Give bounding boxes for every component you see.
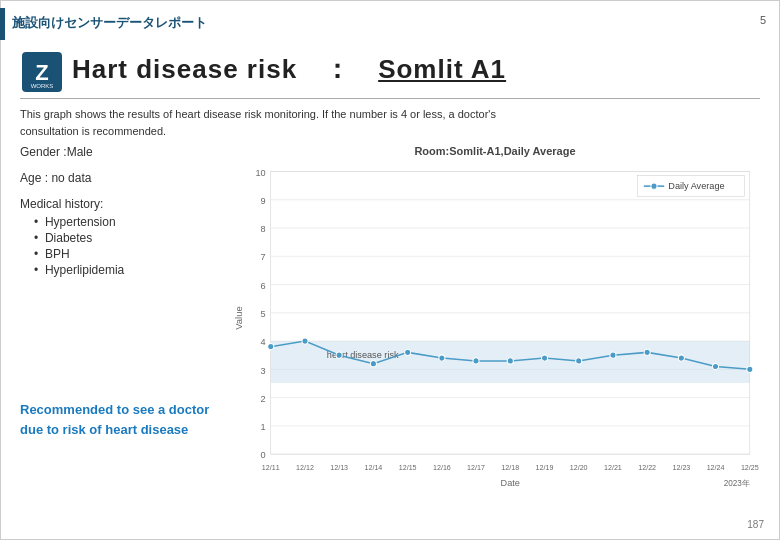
chart-container: 10 9 8 7 6 5 4 3 2 1 0 Value heart disea… bbox=[230, 161, 760, 496]
age-info: Age : no data bbox=[20, 171, 220, 185]
left-panel: Gender :Male Age : no data Medical histo… bbox=[20, 145, 220, 279]
svg-text:12/21: 12/21 bbox=[604, 463, 622, 472]
medical-label: Medical history: bbox=[20, 197, 220, 211]
svg-point-34 bbox=[439, 355, 445, 361]
svg-text:12/18: 12/18 bbox=[501, 463, 519, 472]
svg-text:Value: Value bbox=[234, 306, 244, 329]
svg-text:12/17: 12/17 bbox=[467, 463, 485, 472]
condition-4: • Hyperlipidemia bbox=[20, 263, 220, 277]
svg-text:12/16: 12/16 bbox=[433, 463, 451, 472]
page-number-top: 5 bbox=[760, 14, 766, 26]
condition-1: • Hypertension bbox=[20, 215, 220, 229]
chart-title: Room:Somlit-A1,Daily Average bbox=[230, 145, 760, 157]
svg-text:12/12: 12/12 bbox=[296, 463, 314, 472]
subtitle: This graph shows the results of heart di… bbox=[20, 106, 520, 139]
svg-point-43 bbox=[747, 366, 753, 372]
svg-text:Z: Z bbox=[35, 60, 48, 85]
chart-svg: 10 9 8 7 6 5 4 3 2 1 0 Value heart disea… bbox=[230, 161, 760, 496]
svg-point-63 bbox=[651, 183, 657, 189]
svg-text:7: 7 bbox=[261, 252, 266, 262]
svg-point-39 bbox=[610, 352, 616, 358]
svg-point-37 bbox=[541, 355, 547, 361]
page-number-bottom: 187 bbox=[747, 519, 764, 530]
age-value: no data bbox=[51, 171, 91, 185]
main-title: Hart disease risk ： Somlit A1 bbox=[72, 52, 506, 87]
svg-point-29 bbox=[268, 344, 274, 350]
gender-value: Male bbox=[67, 145, 93, 159]
svg-text:Date: Date bbox=[501, 477, 520, 487]
svg-point-31 bbox=[336, 352, 342, 358]
svg-text:9: 9 bbox=[261, 196, 266, 206]
svg-text:12/23: 12/23 bbox=[673, 463, 691, 472]
svg-text:Daily Average: Daily Average bbox=[668, 181, 724, 191]
svg-text:1: 1 bbox=[261, 422, 266, 432]
svg-text:12/11: 12/11 bbox=[262, 463, 280, 472]
chart-area: Room:Somlit-A1,Daily Average 10 9 8 7 6 … bbox=[230, 145, 760, 500]
svg-point-41 bbox=[678, 355, 684, 361]
svg-point-40 bbox=[644, 349, 650, 355]
top-bar-accent bbox=[0, 8, 5, 40]
svg-text:4: 4 bbox=[261, 337, 266, 347]
svg-point-38 bbox=[576, 358, 582, 364]
svg-text:6: 6 bbox=[261, 281, 266, 291]
svg-text:12/24: 12/24 bbox=[707, 463, 725, 472]
svg-point-42 bbox=[713, 363, 719, 369]
condition-3: • BPH bbox=[20, 247, 220, 261]
title-prefix: Hart disease risk ： bbox=[72, 54, 378, 84]
gender-info: Gender :Male bbox=[20, 145, 220, 159]
svg-text:2023年: 2023年 bbox=[724, 478, 750, 487]
svg-text:12/14: 12/14 bbox=[364, 463, 382, 472]
title-highlight: Somlit A1 bbox=[378, 54, 506, 84]
svg-text:12/13: 12/13 bbox=[330, 463, 348, 472]
svg-text:3: 3 bbox=[261, 365, 266, 375]
svg-text:2: 2 bbox=[261, 394, 266, 404]
header-title: 施設向けセンサーデータレポート bbox=[12, 14, 207, 32]
svg-point-36 bbox=[507, 358, 513, 364]
recommendation-text: Recommended to see a doctor due to risk … bbox=[20, 400, 215, 439]
svg-text:5: 5 bbox=[261, 309, 266, 319]
svg-text:10: 10 bbox=[255, 168, 265, 178]
svg-text:12/15: 12/15 bbox=[399, 463, 417, 472]
condition-2: • Diabetes bbox=[20, 231, 220, 245]
svg-text:12/22: 12/22 bbox=[638, 463, 656, 472]
age-label: Age : bbox=[20, 171, 48, 185]
divider bbox=[20, 98, 760, 99]
gender-label: Gender : bbox=[20, 145, 67, 159]
svg-point-35 bbox=[473, 358, 479, 364]
svg-point-33 bbox=[405, 349, 411, 355]
svg-text:WORKS: WORKS bbox=[31, 83, 54, 89]
svg-text:12/25: 12/25 bbox=[741, 463, 759, 472]
svg-text:12/19: 12/19 bbox=[536, 463, 554, 472]
svg-text:8: 8 bbox=[261, 224, 266, 234]
svg-text:12/20: 12/20 bbox=[570, 463, 588, 472]
logo: Z WORKS bbox=[20, 50, 64, 94]
svg-text:0: 0 bbox=[261, 450, 266, 460]
svg-point-32 bbox=[370, 361, 376, 367]
svg-point-30 bbox=[302, 338, 308, 344]
